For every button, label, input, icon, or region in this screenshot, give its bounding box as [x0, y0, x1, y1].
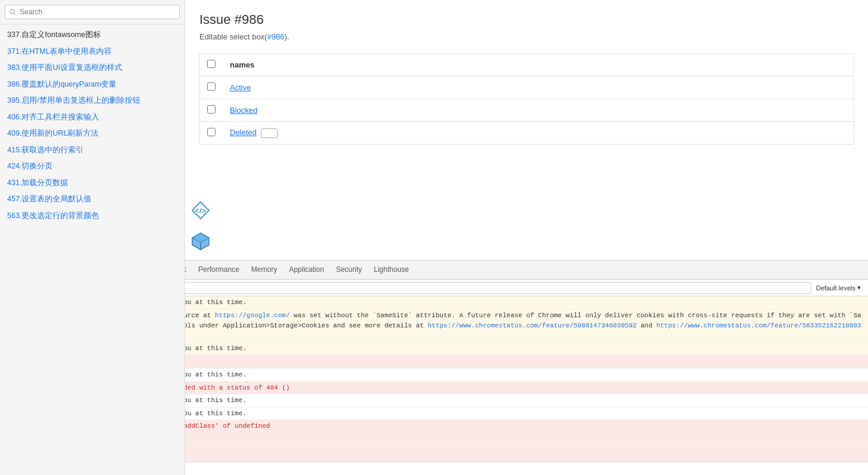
sidebar-item-431[interactable]: 431.加载分页数据 — [0, 175, 184, 192]
issue-link[interactable]: #986 — [267, 32, 284, 41]
row-checkbox-blocked[interactable] — [207, 105, 216, 114]
table-cell-checkbox — [200, 122, 223, 145]
table-header-checkbox — [200, 54, 223, 76]
table-row: Deleted — [200, 122, 854, 145]
main-content: Issue #986 Editable select box(#986). na… — [185, 0, 868, 260]
tab-security[interactable]: Security — [330, 261, 368, 280]
tab-lighthouse[interactable]: Lighthouse — [368, 261, 415, 280]
sidebar-item-386[interactable]: 386.覆盖默认的queryParam变量 — [0, 76, 184, 93]
table-row: Blocked — [200, 99, 854, 122]
row-link-deleted[interactable]: Deleted — [230, 128, 257, 137]
table-row: Active — [200, 76, 854, 99]
search-input[interactable] — [5, 5, 180, 19]
chromestatus-link-1[interactable]: https://www.chromestatus.com/feature/508… — [428, 322, 637, 329]
chevron-down-icon: ▾ — [857, 284, 861, 292]
google-link[interactable]: https://google.com/ — [215, 312, 290, 319]
table-cell-blocked: Blocked — [223, 99, 854, 122]
sidebar-item-371[interactable]: 371.在HTML表单中使用表内容 — [0, 44, 184, 60]
sidebar-item-409[interactable]: 409.使用新的URL刷新方法 — [0, 125, 184, 142]
sidebar-item-337[interactable]: 337.自定义fontawsome图标 — [0, 27, 184, 44]
sidebar-item-424[interactable]: 424.切换分页 — [0, 158, 184, 175]
sidebar-item-457[interactable]: 457.设置表的全局默认值 — [0, 191, 184, 208]
tab-application[interactable]: Application — [283, 261, 330, 280]
sidebar-item-415[interactable]: 415.获取选中的行索引 — [0, 142, 184, 159]
issue-subtitle: Editable select box(#986). — [199, 32, 854, 41]
tab-memory[interactable]: Memory — [245, 261, 283, 280]
code-icon: </> — [187, 197, 214, 223]
table-cell-checkbox — [200, 99, 223, 122]
default-levels-button[interactable]: Default levels ▾ — [814, 283, 863, 292]
issue-area: Issue #986 Editable select box(#986). na… — [185, 0, 868, 260]
sidebar: 337.自定义fontawsome图标 371.在HTML表单中使用表内容 38… — [0, 0, 185, 475]
filter-input[interactable] — [82, 282, 811, 294]
sidebar-item-383[interactable]: 383.使用平面UI设置复选框的样式 — [0, 60, 184, 76]
tab-performance[interactable]: Performance — [192, 261, 245, 280]
table-cell-deleted: Deleted — [223, 122, 854, 145]
issue-title: Issue #986 — [199, 12, 854, 27]
search-box — [0, 0, 184, 24]
cube-icon — [187, 228, 214, 255]
sidebar-item-406[interactable]: 406.对齐工具栏并搜索输入 — [0, 109, 184, 126]
row-checkbox-deleted[interactable] — [207, 128, 216, 136]
data-table: names Active — [199, 53, 854, 145]
table-cell-checkbox — [200, 76, 223, 99]
sidebar-item-395[interactable]: 395.启用/禁用单击复选框上的删除按钮 — [0, 93, 184, 109]
sidebar-dev-icons: </> — [185, 197, 216, 255]
deleted-tag — [261, 128, 278, 138]
sidebar-list: 337.自定义fontawsome图标 371.在HTML表单中使用表内容 38… — [0, 24, 184, 475]
table-header-names: names — [223, 54, 854, 76]
svg-text:</>: </> — [195, 206, 207, 215]
table-cell-active: Active — [223, 76, 854, 99]
sidebar-item-563[interactable]: 563.更改选定行的背景颜色 — [0, 208, 184, 225]
row-checkbox-active[interactable] — [207, 82, 216, 91]
row-link-blocked[interactable]: Blocked — [230, 106, 257, 115]
row-link-active[interactable]: Active — [230, 83, 251, 92]
select-all-checkbox[interactable] — [207, 60, 216, 68]
